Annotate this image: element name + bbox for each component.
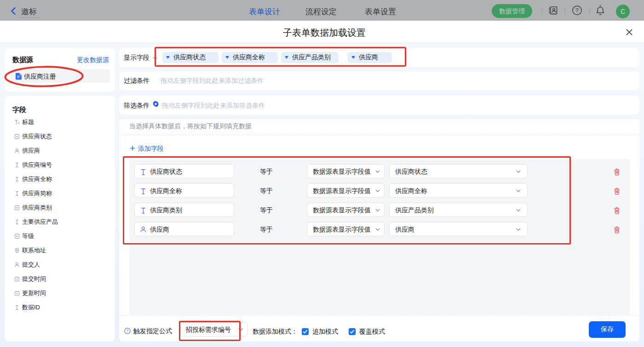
svg-text:?: ? bbox=[575, 7, 579, 14]
svg-text:?: ? bbox=[126, 329, 129, 333]
